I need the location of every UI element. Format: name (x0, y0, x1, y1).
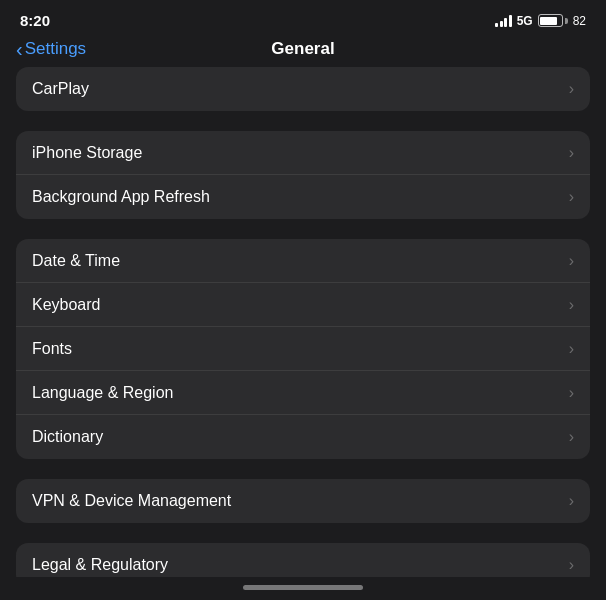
chevron-right-icon: › (569, 188, 574, 206)
background-app-refresh-label: Background App Refresh (32, 188, 210, 206)
battery-icon (538, 14, 568, 27)
chevron-right-icon: › (569, 340, 574, 358)
fonts-row[interactable]: Fonts › (16, 327, 590, 371)
home-indicator (0, 577, 606, 600)
phone-frame: 8:20 5G 82 ‹ Settings General C (0, 0, 606, 600)
date-keyboard-group: Date & Time › Keyboard › Fonts › Languag… (16, 239, 590, 459)
language-region-row[interactable]: Language & Region › (16, 371, 590, 415)
nav-bar: ‹ Settings General (0, 35, 606, 67)
battery-percent: 82 (573, 14, 586, 28)
status-time: 8:20 (20, 12, 50, 29)
vpn-device-management-label: VPN & Device Management (32, 492, 231, 510)
iphone-storage-row[interactable]: iPhone Storage › (16, 131, 590, 175)
dictionary-row[interactable]: Dictionary › (16, 415, 590, 459)
battery-nub (565, 18, 568, 24)
home-bar (243, 585, 363, 590)
chevron-right-icon: › (569, 428, 574, 446)
carplay-group: CarPlay › (16, 67, 590, 111)
chevron-right-icon: › (569, 144, 574, 162)
chevron-right-icon: › (569, 296, 574, 314)
5g-icon: 5G (517, 14, 533, 28)
scroll-content: CarPlay › iPhone Storage › Background Ap… (0, 67, 606, 577)
vpn-device-management-row[interactable]: VPN & Device Management › (16, 479, 590, 523)
signal-bars-icon (495, 15, 512, 27)
background-app-refresh-row[interactable]: Background App Refresh › (16, 175, 590, 219)
language-region-label: Language & Region (32, 384, 173, 402)
status-bar: 8:20 5G 82 (0, 0, 606, 35)
dictionary-label: Dictionary (32, 428, 103, 446)
chevron-right-icon: › (569, 492, 574, 510)
vpn-group: VPN & Device Management › (16, 479, 590, 523)
chevron-right-icon: › (569, 384, 574, 402)
storage-group: iPhone Storage › Background App Refresh … (16, 131, 590, 219)
chevron-right-icon: › (569, 556, 574, 574)
carplay-label: CarPlay (32, 80, 89, 98)
keyboard-label: Keyboard (32, 296, 101, 314)
carplay-row[interactable]: CarPlay › (16, 67, 590, 111)
legal-group: Legal & Regulatory › (16, 543, 590, 577)
legal-regulatory-row[interactable]: Legal & Regulatory › (16, 543, 590, 577)
page-title: General (271, 39, 334, 59)
legal-regulatory-label: Legal & Regulatory (32, 556, 168, 574)
status-icons: 5G 82 (495, 14, 586, 28)
chevron-left-icon: ‹ (16, 39, 23, 59)
battery-body (538, 14, 563, 27)
date-time-row[interactable]: Date & Time › (16, 239, 590, 283)
chevron-right-icon: › (569, 252, 574, 270)
chevron-right-icon: › (569, 80, 574, 98)
date-time-label: Date & Time (32, 252, 120, 270)
back-label: Settings (25, 39, 86, 59)
iphone-storage-label: iPhone Storage (32, 144, 142, 162)
battery-fill (540, 17, 556, 25)
back-button[interactable]: ‹ Settings (16, 39, 86, 59)
fonts-label: Fonts (32, 340, 72, 358)
keyboard-row[interactable]: Keyboard › (16, 283, 590, 327)
